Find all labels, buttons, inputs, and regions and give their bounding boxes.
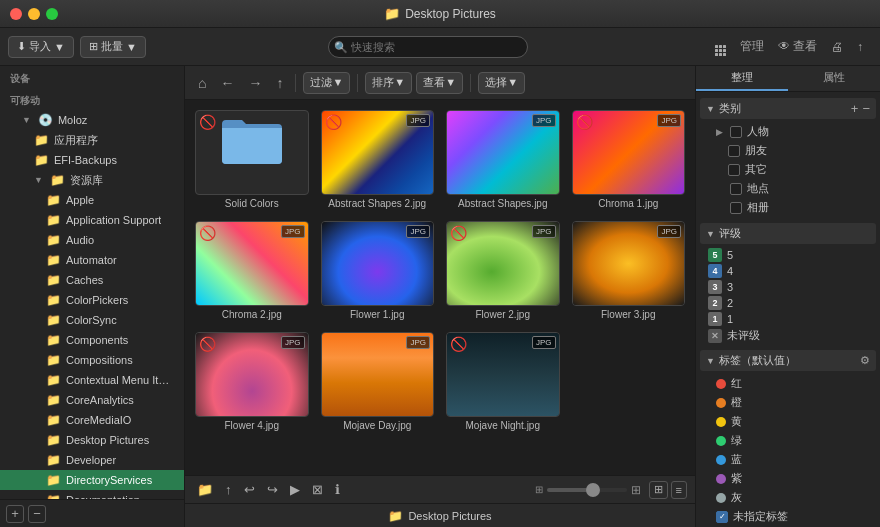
sidebar-item-coreanalytics[interactable]: 📁 CoreAnalytics <box>0 390 184 410</box>
sidebar-item-apple[interactable]: 📁 Apple <box>0 190 184 210</box>
info-button[interactable]: ℹ <box>331 480 344 499</box>
close-button[interactable] <box>10 8 22 20</box>
grid-item-flower1[interactable]: JPG Flower 1.jpg <box>319 219 437 322</box>
rp-item-other[interactable]: 其它 <box>700 160 876 179</box>
rp-item-places[interactable]: 地点 <box>700 179 876 198</box>
manage-button[interactable]: 管理 <box>735 35 769 58</box>
grid-item-mojave-night[interactable]: 🚫 JPG Mojave Night.jpg <box>444 330 562 433</box>
category-places-checkbox[interactable] <box>730 183 742 195</box>
grid-item-chroma2[interactable]: 🚫 JPG Chroma 2.jpg <box>193 219 311 322</box>
category-friends-checkbox[interactable] <box>728 145 740 157</box>
view-button[interactable]: 👁 查看 <box>773 35 822 58</box>
add-location-button[interactable]: + <box>6 505 24 523</box>
add-category-button[interactable]: + <box>851 101 859 116</box>
batch-button[interactable]: ⊞ 批量 ▼ <box>80 36 146 58</box>
filter-button[interactable]: 过滤▼ <box>303 72 350 94</box>
rp-tag-unassigned[interactable]: 未指定标签 <box>700 507 876 526</box>
grid-item-flower4[interactable]: 🚫 JPG Flower 4.jpg <box>193 330 311 433</box>
sidebar-item-colorpickers[interactable]: 📁 ColorPickers <box>0 290 184 310</box>
sidebar-item-compositions[interactable]: 📁 Compositions <box>0 350 184 370</box>
grid-view-toggle[interactable]: ⊞ <box>649 481 668 499</box>
sidebar-item-caches[interactable]: 📁 Caches <box>0 270 184 290</box>
select-button[interactable]: 选择▼ <box>478 72 525 94</box>
view-button[interactable]: 查看▼ <box>416 72 463 94</box>
minimize-button[interactable] <box>28 8 40 20</box>
rp-rating-3[interactable]: 3 3 <box>700 279 876 295</box>
color-dot-yellow <box>716 417 726 427</box>
sidebar-item-audio[interactable]: 📁 Audio <box>0 230 184 250</box>
forward-button[interactable]: → <box>243 72 267 94</box>
sidebar-item-components[interactable]: 📁 Components <box>0 330 184 350</box>
size-slider[interactable] <box>547 488 627 492</box>
grid-view-button[interactable] <box>710 34 731 59</box>
rp-section-header-category[interactable]: ▼ 类别 + − <box>700 98 876 119</box>
sidebar-item-documentation[interactable]: 📁 Documentation <box>0 490 184 499</box>
rp-tag-yellow[interactable]: 黄 <box>700 412 876 431</box>
rotate-button[interactable]: ↩ <box>240 480 259 499</box>
sidebar-item-appsupport[interactable]: 📁 Application Support <box>0 210 184 230</box>
delete-button[interactable]: ⊠ <box>308 480 327 499</box>
grid-item-flower2[interactable]: 🚫 JPG Flower 2.jpg <box>444 219 562 322</box>
rp-item-people[interactable]: ▶ 人物 <box>700 122 876 141</box>
sidebar-item-resources[interactable]: ▼ 📁 资源库 <box>0 170 184 190</box>
rp-tag-purple[interactable]: 紫 <box>700 469 876 488</box>
rp-section-header-rating[interactable]: ▼ 评级 <box>700 223 876 244</box>
sidebar-item-moloz[interactable]: ▼ 💿 Moloz <box>0 110 184 130</box>
category-albums-checkbox[interactable] <box>730 202 742 214</box>
remove-category-button[interactable]: − <box>862 101 870 116</box>
grid-label: Flower 2.jpg <box>476 309 530 320</box>
home-button[interactable]: ⌂ <box>193 72 211 94</box>
tag-unassigned-checkbox[interactable] <box>716 511 728 523</box>
rp-rating-1[interactable]: 1 1 <box>700 311 876 327</box>
sidebar-item-developer[interactable]: 📁 Developer <box>0 450 184 470</box>
import-button[interactable]: ⬇ 导入 ▼ <box>8 36 74 58</box>
print-button[interactable]: 🖨 <box>826 37 848 57</box>
rp-item-albums[interactable]: 相册 <box>700 198 876 217</box>
rp-item-friends[interactable]: 朋友 <box>700 141 876 160</box>
grid-item-mojave-day[interactable]: JPG Mojave Day.jpg <box>319 330 437 433</box>
rp-rating-2[interactable]: 2 2 <box>700 295 876 311</box>
category-other-checkbox[interactable] <box>728 164 740 176</box>
rp-rating-5[interactable]: 5 5 <box>700 247 876 263</box>
rp-rating-4[interactable]: 4 4 <box>700 263 876 279</box>
new-folder-button[interactable]: 📁 <box>193 480 217 499</box>
category-people-checkbox[interactable] <box>730 126 742 138</box>
rp-tag-green[interactable]: 绿 <box>700 431 876 450</box>
sidebar-item-coremediaio[interactable]: 📁 CoreMediaIO <box>0 410 184 430</box>
grid-item-flower3[interactable]: JPG Flower 3.jpg <box>570 219 688 322</box>
grid-item-solid-colors[interactable]: 🚫 Solid Colors <box>193 108 311 211</box>
sidebar-item-automator[interactable]: 📁 Automator <box>0 250 184 270</box>
search-input[interactable] <box>328 36 528 58</box>
tab-manage[interactable]: 整理 <box>696 66 788 91</box>
tab-props[interactable]: 属性 <box>788 66 880 91</box>
grid-item-abstract2[interactable]: 🚫 JPG Abstract Shapes 2.jpg <box>319 108 437 211</box>
drive-icon: 💿 <box>38 113 53 127</box>
sort-button[interactable]: 排序▼ <box>365 72 412 94</box>
rotate-right-button[interactable]: ↪ <box>263 480 282 499</box>
sidebar-item-efi[interactable]: 📁 EFI-Backups <box>0 150 184 170</box>
sidebar-item-apps[interactable]: 📁 应用程序 <box>0 130 184 150</box>
share-button[interactable]: ↑ <box>852 37 868 57</box>
rp-rating-unrated[interactable]: ✕ 未评级 <box>700 327 876 344</box>
folder-icon: 📁 <box>34 133 49 147</box>
rp-tag-blue[interactable]: 蓝 <box>700 450 876 469</box>
back-button[interactable]: ← <box>215 72 239 94</box>
grid-item-chroma1[interactable]: 🚫 JPG Chroma 1.jpg <box>570 108 688 211</box>
remove-location-button[interactable]: − <box>28 505 46 523</box>
up-button[interactable]: ↑ <box>271 72 288 94</box>
rp-tag-orange[interactable]: 橙 <box>700 393 876 412</box>
rp-tag-red[interactable]: 红 <box>700 374 876 393</box>
grid-item-abstract[interactable]: JPG Abstract Shapes.jpg <box>444 108 562 211</box>
list-view-toggle[interactable]: ≡ <box>671 481 687 499</box>
share-button[interactable]: ↑ <box>221 480 236 499</box>
sidebar-item-colorsync[interactable]: 📁 ColorSync <box>0 310 184 330</box>
maximize-button[interactable] <box>46 8 58 20</box>
file-type-badge: JPG <box>406 114 430 127</box>
play-button[interactable]: ▶ <box>286 480 304 499</box>
sidebar-item-directoryservices[interactable]: 📁 DirectoryServices <box>0 470 184 490</box>
rp-section-header-tags[interactable]: ▼ 标签（默认值） ⚙ <box>700 350 876 371</box>
sidebar-item-desktoppictures[interactable]: 📁 Desktop Pictures <box>0 430 184 450</box>
sidebar-item-contextual[interactable]: 📁 Contextual Menu Items <box>0 370 184 390</box>
rp-tag-gray[interactable]: 灰 <box>700 488 876 507</box>
settings-icon[interactable]: ⚙ <box>860 354 870 367</box>
